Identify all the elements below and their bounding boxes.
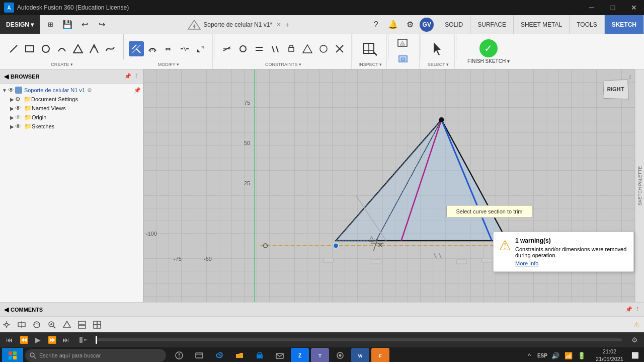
browser-item-named-views[interactable]: ▶ 👁 📁 Named Views	[0, 104, 143, 113]
named-views-chevron-icon[interactable]: ▶	[10, 106, 14, 111]
named-views-eye-icon[interactable]: 👁	[15, 105, 21, 112]
grid-display-button[interactable]	[0, 318, 13, 331]
design-button[interactable]: DESIGN ▾	[0, 15, 40, 34]
taskbar-zoom-icon[interactable]: Z	[291, 348, 309, 362]
warning-more-info-link[interactable]: More Info	[515, 260, 628, 266]
tray-keyboard-icon[interactable]: ESP	[536, 348, 548, 362]
taskbar-search[interactable]: Escribe aquí para buscar	[25, 349, 166, 362]
constraint-triangle[interactable]	[300, 41, 315, 56]
scale-tool[interactable]	[193, 41, 208, 56]
offset-tool[interactable]	[145, 41, 160, 56]
notification-icon[interactable]: 🔔	[385, 17, 400, 32]
taskbar-edge-icon[interactable]	[210, 348, 228, 362]
taskbar-word-icon[interactable]: W	[351, 348, 369, 362]
browser-item-origin[interactable]: ▶ 👁 📁 Origin	[0, 113, 143, 122]
constraint-cross[interactable]	[332, 41, 347, 56]
tray-network-icon[interactable]: 📶	[562, 348, 575, 362]
minimize-button[interactable]: ─	[582, 0, 602, 15]
comments-pin-icon[interactable]: 📌	[625, 306, 632, 313]
taskbar-store-icon[interactable]	[251, 348, 269, 362]
sketch-palette-toggle[interactable]: SKETCH PALETTE	[635, 69, 644, 302]
move-tool[interactable]: ⇔	[161, 41, 176, 56]
constraint-fix[interactable]	[284, 41, 299, 56]
sketches-chevron-icon[interactable]: ▶	[10, 124, 14, 129]
timeline-start-button[interactable]: ⏮	[4, 334, 15, 345]
polygon-tool[interactable]	[70, 41, 86, 56]
doc-settings-eye-icon[interactable]: ⚙	[15, 96, 21, 103]
timeline-track[interactable]	[96, 338, 622, 341]
user-avatar[interactable]: GV	[420, 18, 434, 32]
tab-surface[interactable]: SURFACE	[470, 15, 514, 34]
arc-tool[interactable]	[54, 41, 69, 56]
trim-tool[interactable]	[129, 41, 144, 56]
fit-view-button[interactable]	[15, 318, 28, 331]
close-button[interactable]: ✕	[624, 0, 644, 15]
constraint-parallel[interactable]	[268, 41, 283, 56]
canvas-area[interactable]: 75 50 25 -100 -75 -60	[143, 69, 644, 302]
timeline-prev-button[interactable]: ⏪	[18, 334, 29, 345]
constraint-coincident[interactable]	[219, 41, 234, 56]
insert-canvas-tool[interactable]	[397, 52, 412, 67]
redo-icon[interactable]: ↪	[94, 17, 109, 32]
view-button[interactable]	[60, 318, 73, 331]
zoom-button[interactable]	[45, 318, 58, 331]
insert-image-tool[interactable]	[397, 36, 412, 51]
tab-sheet-metal[interactable]: SHEET METAL	[514, 15, 570, 34]
maximize-button[interactable]: □	[603, 0, 623, 15]
browser-expand-icon[interactable]: ◀	[4, 73, 9, 80]
orbit-button[interactable]	[30, 318, 43, 331]
constraint-equal[interactable]	[252, 41, 267, 56]
finish-sketch-button[interactable]: ✓ FINISH SKETCH ▾	[461, 34, 516, 69]
grid-icon[interactable]: ⊞	[43, 17, 58, 32]
taskbar-mail-icon[interactable]	[271, 348, 289, 362]
origin-eye-icon[interactable]: 👁	[15, 114, 21, 121]
tray-volume-icon[interactable]: 🔊	[549, 348, 561, 362]
tab-sketch[interactable]: SKETCH	[605, 15, 644, 34]
break-tool[interactable]	[177, 41, 192, 56]
root-pin-icon[interactable]: 📌	[134, 87, 141, 94]
browser-pin-icon[interactable]: 📌	[124, 73, 131, 80]
inspect-tool[interactable]	[358, 37, 382, 61]
tab-tools[interactable]: TOOLS	[570, 15, 604, 34]
root-settings-icon[interactable]: ⚙	[87, 87, 92, 94]
tab-solid[interactable]: SOLID	[438, 15, 470, 34]
timeline-end-button[interactable]: ⏭	[60, 334, 71, 345]
tray-arrow-icon[interactable]: ^	[523, 348, 535, 362]
constraint-circle[interactable]	[316, 41, 331, 56]
conic-tool[interactable]	[87, 41, 102, 56]
circle-tool[interactable]	[38, 41, 53, 56]
taskbar-search-icon[interactable]	[170, 348, 188, 362]
browser-more-icon[interactable]: ⋮	[133, 73, 139, 80]
timeline-settings-button[interactable]: ⚙	[629, 334, 640, 345]
comments-expand-icon[interactable]: ◀	[4, 306, 9, 313]
save-icon[interactable]: 💾	[60, 17, 75, 32]
taskbar-folder-icon[interactable]	[230, 348, 249, 362]
select-tool[interactable]	[426, 37, 450, 61]
close-tab-icon[interactable]: ✕	[276, 21, 281, 28]
timeline-play-button[interactable]: ▶	[32, 334, 43, 345]
taskbar-file-manager-icon[interactable]	[190, 348, 208, 362]
table-button[interactable]	[91, 318, 104, 331]
taskbar-notification-button[interactable]: ⬜	[628, 352, 642, 359]
taskbar-fusion-icon[interactable]: F	[371, 348, 389, 362]
rectangle-tool[interactable]	[22, 41, 37, 56]
line-tool[interactable]	[6, 41, 21, 56]
taskbar-clock[interactable]: 21:02 21/05/2021	[593, 348, 626, 362]
sketches-eye-icon[interactable]: 👁	[15, 123, 21, 130]
undo-icon[interactable]: ↩	[77, 17, 92, 32]
view-cube[interactable]: RIGHT Z	[599, 75, 631, 110]
timeline-step-icon[interactable]	[78, 335, 89, 345]
constraint-collinear[interactable]	[235, 41, 251, 56]
start-button[interactable]	[2, 348, 23, 362]
comments-more-icon[interactable]: ⋮	[634, 306, 640, 313]
taskbar-chrome-icon[interactable]	[331, 348, 349, 362]
origin-chevron-icon[interactable]: ▶	[10, 115, 14, 120]
settings-icon[interactable]: ⚙	[403, 17, 418, 32]
layout-button[interactable]	[75, 318, 89, 331]
browser-item-sketches[interactable]: ▶ 👁 📁 Sketches	[0, 122, 143, 131]
root-eye-icon[interactable]: 👁	[8, 87, 14, 94]
new-tab-icon[interactable]: +	[285, 21, 289, 29]
tray-battery-icon[interactable]: 🔋	[576, 348, 588, 362]
taskbar-teams-icon[interactable]: T	[311, 348, 329, 362]
timeline-next-button[interactable]: ⏩	[46, 334, 57, 345]
